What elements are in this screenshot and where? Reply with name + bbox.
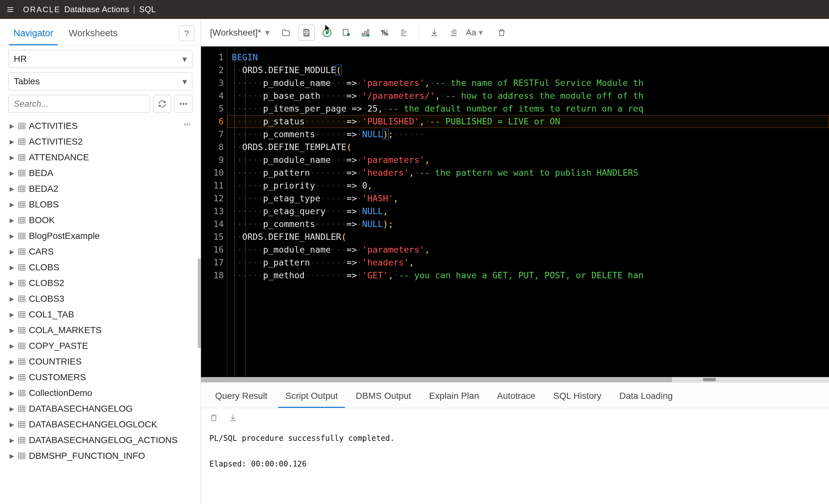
table-icon: [18, 453, 26, 460]
indent-button[interactable]: [447, 26, 460, 39]
tree-item[interactable]: ▸CollectionDemo: [8, 385, 192, 401]
object-type-select[interactable]: Tables ▾: [8, 72, 192, 91]
tree-item-label: CUSTOMERS: [29, 372, 86, 383]
chevron-right-icon: ▸: [10, 230, 15, 241]
tree-item[interactable]: ▸COPY_PASTE: [8, 338, 192, 354]
tree-item[interactable]: ▸BEDA: [8, 165, 192, 181]
svg-rect-47: [19, 249, 25, 255]
chevron-right-icon: ▸: [10, 340, 15, 351]
tab-sql-history[interactable]: SQL History: [546, 388, 608, 408]
code-editor[interactable]: 123456789101112131415161718 BEGIN··ORDS.…: [201, 46, 829, 377]
tree-item[interactable]: ▸ACTIVITIES: [8, 118, 192, 134]
run-statement-button[interactable]: [320, 26, 334, 39]
chevron-right-icon: ▸: [10, 215, 15, 225]
tab-query-result[interactable]: Query Result: [208, 388, 275, 408]
object-type-value: Tables: [14, 76, 40, 86]
tree-item-label: BEDA: [29, 168, 53, 178]
tree-item[interactable]: ▸BOOK: [8, 212, 192, 228]
tree-item[interactable]: ▸BLOBS: [8, 196, 192, 212]
menu-icon[interactable]: [6, 6, 14, 13]
svg-rect-7: [19, 123, 25, 129]
autotrace-button[interactable]: [378, 26, 391, 39]
object-tree[interactable]: ▸ACTIVITIES▸ACTIVITIES2▸ATTENDANCE▸BEDA▸…: [0, 117, 201, 504]
tree-item[interactable]: ▸CLOBS: [8, 259, 192, 275]
svg-rect-118: [305, 33, 308, 35]
tree-item[interactable]: ▸COUNTRIES: [8, 354, 192, 369]
tree-item-label: BOOK: [29, 215, 55, 225]
schema-select[interactable]: HR ▾: [8, 50, 192, 68]
tree-item[interactable]: ▸ACTIVITIES2: [8, 134, 192, 149]
app-header: ORACLE Database Actions | SQL: [0, 0, 829, 19]
svg-point-125: [367, 34, 369, 37]
svg-rect-102: [19, 422, 25, 427]
chevron-down-icon: ▾: [182, 54, 187, 65]
refresh-button[interactable]: [153, 95, 171, 113]
tab-dbms-output[interactable]: DBMS Output: [349, 388, 418, 408]
table-icon: [18, 343, 26, 350]
tab-autotrace[interactable]: Autotrace: [490, 388, 542, 408]
download-output-button[interactable]: [228, 413, 238, 424]
navigator-panel: Navigator Worksheets ? HR ▾ Tables ▾: [0, 19, 201, 504]
run-script-button[interactable]: [339, 26, 353, 39]
more-button[interactable]: [174, 95, 192, 113]
svg-rect-92: [19, 390, 25, 396]
tree-item[interactable]: ▸DBMSHP_FUNCTION_INFO: [8, 448, 192, 464]
svg-rect-112: [19, 453, 25, 459]
tree-item[interactable]: ▸DATABASECHANGELOG_ACTIONS: [8, 432, 192, 448]
tree-item[interactable]: ▸CUSTOMERS: [8, 369, 192, 385]
chevron-right-icon: ▸: [10, 325, 15, 335]
tree-item-label: COPY_PASTE: [29, 341, 88, 351]
download-button[interactable]: [428, 26, 441, 39]
chevron-right-icon: ▸: [10, 183, 15, 194]
help-button[interactable]: ?: [179, 26, 194, 41]
open-folder-button[interactable]: [279, 26, 293, 39]
chevron-down-icon: ▾: [265, 28, 269, 37]
tab-explain-plan[interactable]: Explain Plan: [422, 388, 486, 408]
svg-rect-123: [364, 31, 366, 36]
tree-item[interactable]: ▸COLA_MARKETS: [8, 322, 192, 338]
tree-item-label: CLOBS2: [29, 278, 65, 288]
tree-item-label: ACTIVITIES2: [29, 137, 83, 147]
tree-item[interactable]: ▸CLOBS3: [8, 291, 192, 307]
horizontal-scrollbar[interactable]: [201, 377, 829, 382]
tree-item[interactable]: ▸ATTENDANCE: [8, 149, 192, 165]
save-button[interactable]: [298, 25, 315, 41]
tree-item[interactable]: ▸DATABASECHANGELOG: [8, 401, 192, 417]
chevron-down-icon: ▾: [182, 76, 187, 87]
search-input[interactable]: [8, 95, 150, 113]
format-button[interactable]: [397, 26, 411, 39]
script-output-text: PL/SQL procedure successfully completed.…: [201, 429, 829, 504]
scrollbar-thumb[interactable]: [198, 258, 201, 348]
tree-item[interactable]: ▸COL1_TAB: [8, 307, 192, 322]
svg-rect-42: [19, 233, 25, 239]
tree-item[interactable]: ▸BlogPostExample: [8, 228, 192, 244]
tree-item-label: BlogPostExample: [29, 231, 100, 241]
tree-item[interactable]: ▸CARS: [8, 244, 192, 259]
rest-icon[interactable]: [183, 120, 191, 130]
clear-button[interactable]: [495, 26, 508, 39]
worksheet-selector[interactable]: [Worksheet]* ▾: [210, 27, 269, 38]
tree-item-label: DATABASECHANGELOG: [29, 404, 133, 414]
svg-rect-97: [19, 406, 25, 412]
explain-plan-button[interactable]: [359, 26, 372, 39]
font-menu[interactable]: Aa ▾: [466, 26, 483, 39]
table-icon: [18, 358, 26, 365]
table-icon: [18, 154, 26, 161]
tab-data-loading[interactable]: Data Loading: [612, 388, 680, 408]
clear-output-button[interactable]: [209, 413, 218, 424]
schema-value: HR: [14, 54, 27, 64]
chevron-right-icon: ▸: [10, 293, 15, 304]
tree-item[interactable]: ▸BEDA2: [8, 181, 192, 196]
svg-rect-62: [19, 296, 25, 302]
tab-script-output[interactable]: Script Output: [278, 388, 345, 408]
tree-item[interactable]: ▸CLOBS2: [8, 275, 192, 291]
svg-rect-37: [19, 217, 25, 223]
tab-navigator[interactable]: Navigator: [9, 25, 58, 45]
tree-item[interactable]: ▸DATABASECHANGELOGLOCK: [8, 417, 192, 432]
tab-worksheets[interactable]: Worksheets: [64, 25, 122, 45]
table-icon: [18, 437, 26, 444]
table-icon: [18, 421, 26, 428]
chevron-right-icon: ▸: [10, 388, 15, 398]
chevron-right-icon: ▸: [10, 451, 15, 461]
chevron-right-icon: ▸: [10, 356, 15, 367]
